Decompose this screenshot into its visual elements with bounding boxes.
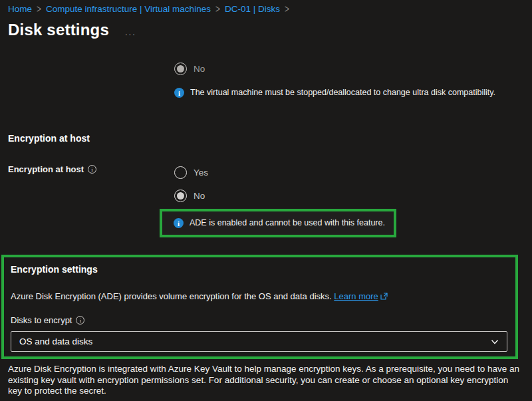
dropdown-selected-value: OS and data disks bbox=[19, 336, 92, 346]
breadcrumb-separator: > bbox=[215, 3, 220, 15]
radio-label: No bbox=[194, 64, 205, 74]
breadcrumb-separator: > bbox=[285, 3, 289, 15]
breadcrumb-separator: > bbox=[37, 3, 41, 15]
ade-warning-message: i ADE is enabled and cannot be used with… bbox=[174, 217, 385, 229]
encryption-settings-heading: Encryption settings bbox=[11, 264, 507, 275]
disks-to-encrypt-label: Disks to encrypt i bbox=[11, 315, 507, 325]
encryption-at-host-label: Encryption at host i bbox=[8, 164, 96, 174]
info-icon[interactable]: i bbox=[88, 165, 96, 174]
info-icon: i bbox=[174, 88, 184, 98]
external-link-icon bbox=[380, 292, 388, 302]
ade-footer-description: Azure Disk Encryption is integrated with… bbox=[8, 364, 524, 397]
radio-selected-icon bbox=[174, 190, 187, 202]
breadcrumb-home-link[interactable]: Home bbox=[8, 4, 32, 14]
radio-label: No bbox=[194, 191, 205, 201]
chevron-down-icon bbox=[491, 338, 499, 346]
encryption-settings-highlight-box: Encryption settings Azure Disk Encryptio… bbox=[1, 255, 518, 359]
info-icon: i bbox=[174, 218, 184, 228]
title-row: Disk settings ... bbox=[8, 21, 136, 39]
encryption-at-host-no-radio[interactable]: No bbox=[174, 190, 205, 202]
description-text: Azure Disk Encryption (ADE) provides vol… bbox=[11, 291, 332, 301]
ultra-disk-no-radio: No bbox=[174, 63, 205, 75]
info-icon[interactable]: i bbox=[76, 316, 84, 325]
learn-more-link[interactable]: Learn more bbox=[334, 291, 378, 301]
breadcrumb: Home > Compute infrastructure | Virtual … bbox=[8, 4, 289, 14]
radio-selected-icon bbox=[174, 63, 187, 75]
ade-warning-highlight-box: i ADE is enabled and cannot be used with… bbox=[160, 209, 396, 237]
breadcrumb-virtual-machines-link[interactable]: Compute infrastructure | Virtual machine… bbox=[46, 4, 211, 14]
info-text: The virtual machine must be stopped/deal… bbox=[190, 87, 495, 98]
more-options-button[interactable]: ... bbox=[125, 27, 136, 37]
encryption-at-host-yes-radio[interactable]: Yes bbox=[174, 166, 208, 179]
disks-to-encrypt-dropdown[interactable]: OS and data disks bbox=[11, 331, 507, 352]
info-text: ADE is enabled and cannot be used with t… bbox=[190, 217, 385, 229]
page-title: Disk settings bbox=[8, 21, 109, 39]
encryption-settings-description: Azure Disk Encryption (ADE) provides vol… bbox=[11, 291, 507, 302]
radio-label: Yes bbox=[194, 168, 208, 178]
breadcrumb-disks-link[interactable]: DC-01 | Disks bbox=[225, 4, 280, 14]
field-label-text: Disks to encrypt bbox=[11, 315, 72, 325]
ultra-disk-info-message: i The virtual machine must be stopped/de… bbox=[174, 87, 495, 98]
encryption-at-host-heading: Encryption at host bbox=[8, 133, 90, 144]
disk-settings-page: Home > Compute infrastructure | Virtual … bbox=[0, 0, 532, 401]
radio-icon bbox=[174, 166, 187, 179]
field-label-text: Encryption at host bbox=[8, 164, 84, 174]
